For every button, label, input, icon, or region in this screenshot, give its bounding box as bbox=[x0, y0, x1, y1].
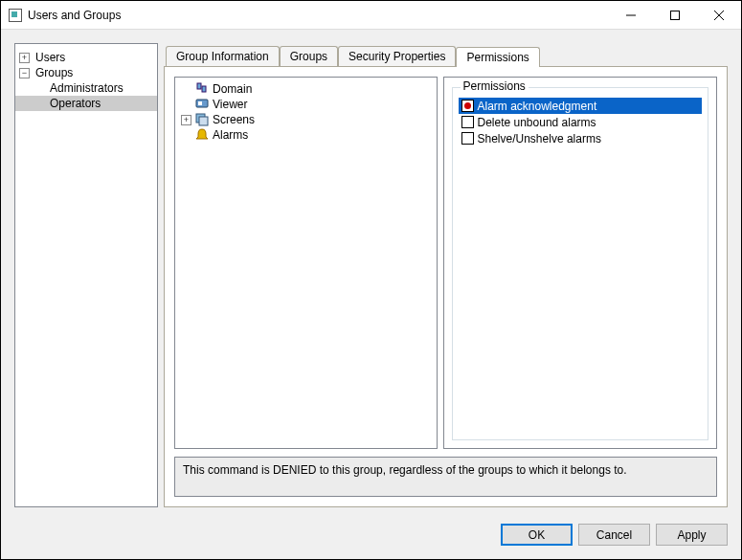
tree-node-label: Administrators bbox=[48, 81, 125, 95]
permission-state-icon[interactable] bbox=[461, 132, 474, 145]
ok-button[interactable]: OK bbox=[501, 524, 573, 546]
permission-label: Delete unbound alarms bbox=[478, 116, 596, 129]
permission-delete-unbound-alarms[interactable]: Delete unbound alarms bbox=[459, 114, 703, 130]
tree-node-groups[interactable]: − Groups bbox=[15, 65, 157, 80]
tree-node-screens[interactable]: + Screens bbox=[177, 112, 435, 127]
window-title: Users and Groups bbox=[28, 9, 121, 22]
tree-node-users[interactable]: + Users bbox=[15, 50, 157, 65]
expand-collapse-icon[interactable]: − bbox=[19, 68, 30, 78]
svg-rect-1 bbox=[671, 11, 680, 19]
app-icon bbox=[9, 9, 22, 22]
tree-node-label: Screens bbox=[213, 113, 255, 126]
permission-label: Shelve/Unshelve alarms bbox=[478, 132, 601, 146]
tree-node-operators[interactable]: Operators bbox=[15, 96, 157, 111]
apply-button[interactable]: Apply bbox=[656, 524, 728, 546]
viewer-icon bbox=[195, 98, 209, 111]
dialog-button-row: OK Cancel Apply bbox=[501, 524, 728, 546]
status-description: This command is DENIED to this group, re… bbox=[174, 457, 717, 497]
permission-state-icon[interactable] bbox=[461, 116, 474, 128]
permissions-legend: Permissions bbox=[461, 79, 528, 93]
tab-security-properties[interactable]: Security Properties bbox=[338, 46, 456, 66]
permission-alarm-acknowledgment[interactable]: Alarm acknowledgment bbox=[459, 98, 703, 114]
tree-node-label: Alarms bbox=[213, 128, 248, 142]
tree-node-label: Groups bbox=[34, 66, 75, 79]
permission-state-icon[interactable] bbox=[461, 100, 474, 112]
tree-node-label: Domain bbox=[213, 82, 252, 96]
svg-rect-5 bbox=[202, 86, 206, 92]
cancel-button[interactable]: Cancel bbox=[578, 524, 650, 546]
domain-icon bbox=[195, 82, 209, 96]
tab-permissions[interactable]: Permissions bbox=[456, 47, 539, 67]
tree-node-label: Users bbox=[34, 51, 67, 64]
expand-collapse-icon[interactable]: + bbox=[19, 53, 30, 63]
close-button[interactable] bbox=[697, 1, 741, 30]
tab-strip: Group Information Groups Security Proper… bbox=[164, 43, 728, 66]
permission-shelve-unshelve-alarms[interactable]: Shelve/Unshelve alarms bbox=[459, 130, 703, 146]
alarms-icon bbox=[195, 128, 209, 142]
tab-groups[interactable]: Groups bbox=[280, 46, 338, 66]
title-bar: Users and Groups bbox=[1, 1, 741, 30]
tree-node-administrators[interactable]: Administrators bbox=[15, 80, 157, 96]
tree-node-label: Operators bbox=[48, 97, 102, 110]
minimize-button[interactable] bbox=[609, 1, 653, 30]
permissions-panel: Permissions Alarm acknowledgment Delete … bbox=[443, 77, 718, 449]
tree-node-label: Viewer bbox=[213, 98, 247, 111]
svg-rect-9 bbox=[199, 117, 208, 125]
tab-group-information[interactable]: Group Information bbox=[166, 46, 280, 66]
tree-node-alarms[interactable]: Alarms bbox=[177, 127, 435, 143]
maximize-button[interactable] bbox=[653, 1, 697, 30]
tree-node-domain[interactable]: Domain bbox=[177, 81, 435, 97]
svg-rect-4 bbox=[197, 83, 201, 89]
object-tree-panel: Domain Viewer + bbox=[174, 77, 438, 449]
expand-collapse-icon[interactable]: + bbox=[181, 115, 191, 125]
tree-node-viewer[interactable]: Viewer bbox=[177, 97, 435, 112]
svg-rect-7 bbox=[198, 101, 202, 105]
users-groups-tree-panel: + Users − Groups Administrators Operator… bbox=[14, 43, 158, 507]
screens-icon bbox=[195, 113, 209, 126]
permission-label: Alarm acknowledgment bbox=[478, 100, 597, 113]
status-text: This command is DENIED to this group, re… bbox=[183, 463, 627, 477]
tab-page-permissions: Domain Viewer + bbox=[164, 66, 728, 507]
